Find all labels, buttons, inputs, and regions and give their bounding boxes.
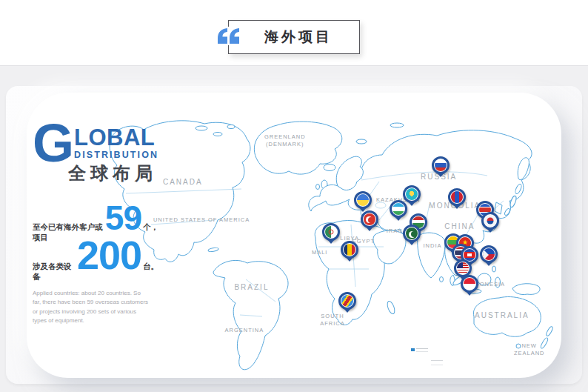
map-pin-algeria: [322, 223, 340, 241]
map-pin-kazakhstan: [403, 185, 421, 203]
stat1-value: 59: [105, 202, 141, 233]
map-pin-pakistan: [403, 225, 421, 242]
map-pin-indonesia: [461, 275, 478, 293]
stats-description-en: Applied countries: about 20 countries. S…: [33, 289, 150, 326]
dr-congo-flag-icon: [341, 295, 353, 307]
stat2-prefix: 涉及各类设备: [33, 262, 76, 282]
map-pin-dr-congo: [338, 292, 356, 310]
page: 海外项目: [0, 0, 588, 392]
stat2-value: 200: [77, 237, 141, 274]
map-pin-mongolia: [448, 188, 466, 206]
logo-lobal: LOBAL: [74, 124, 155, 150]
pakistan-flag-icon: [406, 227, 418, 239]
russia-flag-icon: [435, 159, 447, 171]
map-pin-uzbekistan: [390, 200, 407, 218]
logo-distribution: DISTRIBUTION: [74, 150, 158, 160]
algeria-flag-icon: [325, 226, 337, 238]
section-title: 海外项目: [255, 27, 333, 47]
chad-flag-icon: [344, 244, 355, 256]
global-distribution-logo: G LOBAL DISTRIBUTION 全球布局: [33, 122, 158, 185]
malaysia-flag-icon: [457, 262, 469, 274]
stat2-unit: 台。: [143, 262, 158, 272]
indonesia-flag-icon: [464, 278, 475, 290]
map-pin-ukraine: [354, 191, 372, 209]
stat-line-2: 涉及各类设备 200 台。: [33, 237, 158, 282]
map-pin-russia: [432, 156, 450, 174]
kazakhstan-flag-icon: [406, 188, 418, 200]
south-korea-flag-icon: [484, 215, 496, 227]
ukraine-flag-icon: [357, 194, 369, 206]
double-quote-icon: [216, 27, 242, 45]
philippines-flag-icon: [483, 248, 495, 260]
mongolia-flag-icon: [451, 191, 463, 203]
section-title-box: 海外项目: [228, 20, 360, 54]
world-map-panel: GREENLAND (DENMARK)CANADAUNITED STATES O…: [27, 93, 561, 378]
uzbekistan-flag-icon: [392, 203, 404, 215]
map-scale-mark: [411, 348, 428, 352]
logo-letter-g: G: [33, 122, 73, 164]
map-pin-turkey: [361, 210, 378, 228]
stat1-unit: 个，: [143, 222, 158, 233]
section-header-band: 海外项目: [0, 0, 588, 66]
map-card: GREENLAND (DENMARK)CANADAUNITED STATES O…: [6, 86, 582, 384]
map-scale-mark-2: [431, 360, 443, 365]
turkey-flag-icon: [364, 213, 375, 225]
map-pin-south-korea: [481, 212, 499, 230]
map-pin-philippines: [480, 245, 498, 263]
logo-subtitle-cn: 全球布局: [68, 162, 158, 185]
stats-block: 至今已有海外客户或项目 59 个， 涉及各类设备 200 台。 Applied …: [33, 202, 158, 326]
map-pin-chad: [341, 241, 358, 259]
